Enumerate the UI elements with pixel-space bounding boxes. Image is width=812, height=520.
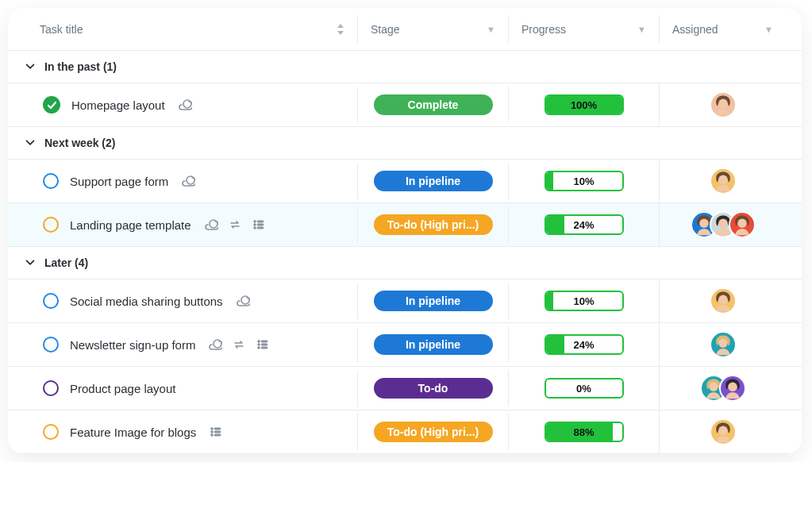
task-row[interactable]: Support page form In pipeline 10%	[8, 160, 802, 203]
task-meta-icons	[236, 294, 250, 308]
status-circle-icon[interactable]	[43, 217, 59, 233]
avatar-stack[interactable]	[691, 211, 756, 238]
status-circle-icon[interactable]	[43, 424, 59, 440]
progress-value: 10%	[573, 175, 594, 187]
chevron-down-icon	[24, 60, 37, 73]
progress-bar: 24%	[545, 214, 624, 235]
assigned-cell[interactable]	[659, 410, 786, 453]
progress-bar: 10%	[545, 291, 624, 311]
group-toggle[interactable]: Next week (2)	[8, 127, 802, 160]
avatar-stack[interactable]	[710, 287, 737, 314]
task-row[interactable]: Newsletter sign-up form In pipeline 24%	[8, 323, 802, 367]
assigned-cell[interactable]	[659, 83, 786, 126]
group-label: Later (4)	[44, 256, 88, 269]
svg-point-5	[699, 219, 708, 228]
progress-value: 10%	[573, 295, 594, 307]
assigned-cell[interactable]	[659, 160, 786, 202]
attachment-icon	[204, 218, 218, 232]
stage-pill[interactable]: In pipeline	[374, 334, 493, 355]
column-header-title[interactable]: Task title	[8, 15, 357, 44]
stage-pill[interactable]: Complete	[374, 94, 493, 115]
task-title-cell[interactable]: Feature Image for blogs	[8, 416, 357, 448]
column-header-progress[interactable]: Progress ▼	[508, 15, 659, 44]
task-row[interactable]: Homepage layout Complete 100%	[8, 83, 802, 127]
task-title-cell[interactable]: Social media sharing buttons	[8, 285, 357, 317]
task-title: Feature Image for blogs	[70, 426, 196, 439]
svg-point-11	[718, 295, 727, 304]
group-toggle[interactable]: Later (4)	[8, 247, 802, 279]
avatar[interactable]	[719, 375, 746, 402]
column-header-assigned[interactable]: Assigned ▼	[659, 15, 786, 44]
progress-value: 24%	[573, 339, 594, 351]
task-title-cell[interactable]: Support page form	[8, 165, 357, 197]
avatar-stack[interactable]	[710, 168, 737, 195]
stage-cell[interactable]: Complete	[357, 87, 508, 123]
progress-cell: 10%	[508, 163, 659, 199]
status-circle-icon[interactable]	[43, 293, 59, 309]
avatar[interactable]	[710, 91, 737, 118]
assigned-cell[interactable]	[659, 367, 786, 410]
progress-cell: 88%	[508, 414, 659, 450]
avatar[interactable]	[710, 287, 737, 314]
table-header-row: Task title Stage ▼ Progress ▼ Assigned ▼	[8, 8, 802, 51]
stage-cell[interactable]: To-do (High pri...)	[357, 414, 508, 450]
stage-pill[interactable]: In pipeline	[374, 171, 493, 191]
stage-cell[interactable]: To-do	[357, 370, 508, 406]
stage-pill[interactable]: To-do (High pri...)	[374, 214, 493, 235]
avatar-stack[interactable]	[710, 331, 737, 358]
task-title-cell[interactable]: Homepage layout	[8, 88, 357, 121]
stage-cell[interactable]: To-do (High pri...)	[357, 206, 508, 243]
chevron-down-icon	[24, 137, 37, 149]
status-circle-icon[interactable]	[43, 173, 59, 189]
task-row[interactable]: Product page layout To-do 0%	[8, 367, 802, 410]
task-meta-icons	[204, 218, 266, 232]
task-meta-icons	[209, 425, 223, 439]
caret-down-icon[interactable]: ▼	[764, 25, 773, 34]
status-circle-icon[interactable]	[43, 337, 59, 352]
stage-pill[interactable]: To-do (High pri...)	[374, 422, 493, 442]
column-header-assigned-label: Assigned	[672, 23, 718, 36]
assigned-cell[interactable]	[659, 203, 786, 246]
avatar-stack[interactable]	[710, 418, 737, 445]
task-title-cell[interactable]: Newsletter sign-up form	[8, 329, 357, 360]
caret-down-icon[interactable]: ▼	[637, 25, 646, 34]
task-title-cell[interactable]: Product page layout	[8, 372, 357, 404]
stage-cell[interactable]: In pipeline	[357, 163, 508, 199]
repeat-icon	[228, 218, 242, 232]
assigned-cell[interactable]	[659, 323, 786, 366]
task-title: Social media sharing buttons	[70, 295, 223, 308]
task-meta-icons	[178, 98, 192, 112]
group-label: Next week (2)	[44, 137, 115, 149]
column-header-stage[interactable]: Stage ▼	[357, 15, 508, 44]
task-row[interactable]: Landing page template To-do (High pri...…	[8, 203, 802, 247]
avatar[interactable]	[710, 168, 737, 195]
column-header-stage-label: Stage	[371, 23, 400, 36]
status-complete-icon[interactable]	[43, 96, 60, 114]
sort-icon[interactable]	[337, 24, 344, 35]
avatar[interactable]	[710, 331, 737, 358]
stage-cell[interactable]: In pipeline	[357, 326, 508, 363]
stage-pill[interactable]: In pipeline	[374, 291, 493, 311]
progress-cell: 0%	[508, 370, 659, 406]
avatar[interactable]	[710, 418, 737, 445]
list-icon	[256, 337, 270, 352]
attachment-icon	[236, 294, 250, 308]
attachment-icon	[181, 174, 195, 188]
svg-point-17	[728, 383, 737, 391]
avatar-stack[interactable]	[700, 375, 746, 402]
task-row[interactable]: Feature Image for blogs To-do (High pri.…	[8, 410, 802, 454]
svg-point-1	[718, 99, 727, 108]
progress-cell: 24%	[508, 206, 659, 243]
status-circle-icon[interactable]	[43, 380, 59, 396]
stage-pill[interactable]: To-do	[374, 378, 493, 399]
group-toggle[interactable]: In the past (1)	[8, 51, 802, 83]
caret-down-icon[interactable]: ▼	[487, 25, 495, 34]
progress-cell: 10%	[508, 283, 659, 319]
task-row[interactable]: Social media sharing buttons In pipeline…	[8, 279, 802, 323]
stage-cell[interactable]: In pipeline	[357, 283, 508, 319]
task-title: Support page form	[70, 175, 168, 188]
avatar-stack[interactable]	[710, 91, 737, 118]
assigned-cell[interactable]	[659, 279, 786, 322]
avatar[interactable]	[729, 211, 756, 238]
task-title-cell[interactable]: Landing page template	[8, 209, 357, 241]
